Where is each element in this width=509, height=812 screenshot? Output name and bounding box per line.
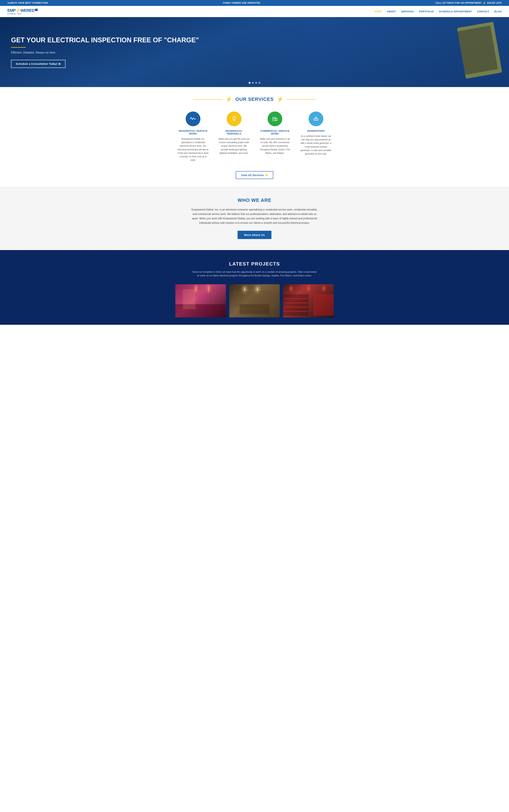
service-icon-remodels xyxy=(227,111,241,126)
lightning-deco-left: ⚡ xyxy=(226,96,232,102)
hero-dot-3[interactable] xyxy=(255,82,257,84)
bulb-icon xyxy=(230,115,238,123)
deco-line-right xyxy=(287,99,316,100)
nav-item-services[interactable]: SERVICES xyxy=(401,10,414,13)
topbar-left: ALWAYS YOUR BEST CONNECTION xyxy=(7,2,48,4)
view-all-label: View All Services xyxy=(241,174,264,177)
logo: EMP⚡WERED™ GLOBAL INC. xyxy=(7,8,38,15)
hero-section: GET YOUR ELECTRICAL INSPECTION FREE OF "… xyxy=(0,17,509,87)
service-desc-0: Empowered Global, Inc. specializes in re… xyxy=(177,137,209,162)
who-section: WHO WE ARE Empowered Global, Inc. is an … xyxy=(0,186,509,250)
btn-icon: ⊕ xyxy=(265,173,268,177)
svg-line-6 xyxy=(236,117,236,117)
svg-rect-15 xyxy=(276,119,276,119)
building-icon xyxy=(271,115,279,123)
service-icon-generators xyxy=(309,111,323,126)
hero-dot-4[interactable] xyxy=(259,82,260,84)
service-card-residential: RESIDENTIAL SERVICE WORK Empowered Globa… xyxy=(175,110,211,164)
services-grid: RESIDENTIAL SERVICE WORK Empowered Globa… xyxy=(175,110,334,164)
svg-rect-13 xyxy=(273,119,274,119)
topbar-center: FAMILY OWNED AND OPERATED xyxy=(223,2,260,4)
wave-icon xyxy=(189,115,197,123)
topbar-right: CALL US TODAY FOR AN APPOINTMENT ⚡ 239.9… xyxy=(435,1,502,4)
projects-title: LATEST PROJECTS xyxy=(7,261,502,267)
svg-rect-12 xyxy=(274,118,275,118)
view-services-wrap: View All Services ⊕ xyxy=(7,171,502,179)
topbar-right-label: CALL US TODAY FOR AN APPOINTMENT xyxy=(435,2,482,4)
service-desc-3: As a certified Kohler dealer, we can hel… xyxy=(300,135,332,156)
more-about-us-button[interactable]: More About Us xyxy=(238,231,272,239)
service-title-1: RESIDENTIAL REMODELS xyxy=(218,130,250,135)
svg-rect-3 xyxy=(233,120,235,120)
service-title-2: COMMERCIAL SERVICE WORK xyxy=(259,130,291,135)
who-description: Empowered Global, Inc. is an electrical … xyxy=(190,208,319,225)
service-icon-commercial xyxy=(268,111,282,126)
nav-item-home[interactable]: HOME xyxy=(374,10,382,13)
generator-icon xyxy=(312,115,320,123)
nav-item-about[interactable]: ABOUT xyxy=(387,10,396,13)
projects-grid xyxy=(175,284,334,317)
nav-item-blog[interactable]: BLOG xyxy=(494,10,502,13)
nav-item-portfolio[interactable]: PORTFOLIO xyxy=(419,10,434,13)
service-card-generators: GENERATORS As a certified Kohler dealer,… xyxy=(298,110,334,164)
service-card-remodels: RESIDENTIAL REMODELS Make sure you get t… xyxy=(216,110,252,164)
nav-item-contact[interactable]: CONTACT xyxy=(477,10,489,13)
lightning-icon: ⚡ xyxy=(483,1,486,4)
navbar: EMP⚡WERED™ GLOBAL INC. HOME ABOUT SERVIC… xyxy=(0,6,509,17)
projects-section: LATEST PROJECTS Since our inception in 2… xyxy=(0,250,509,325)
project-thumb-1[interactable] xyxy=(175,284,226,317)
services-title: OUR SERVICES xyxy=(235,97,274,102)
who-title: WHO WE ARE xyxy=(7,198,502,203)
hero-content: GET YOUR ELECTRICAL INSPECTION FREE OF "… xyxy=(0,29,210,75)
lightning-deco-right: ⚡ xyxy=(277,96,283,102)
nav-links: HOME ABOUT SERVICES PORTFOLIO SCHEDULE A… xyxy=(374,10,502,13)
projects-subtitle: Since our inception in 2013, we have had… xyxy=(192,270,317,278)
svg-line-7 xyxy=(232,117,233,117)
service-title-0: RESIDENTIAL SERVICE WORK xyxy=(177,130,209,135)
svg-rect-14 xyxy=(274,119,275,119)
logo-badge: ™ xyxy=(35,9,38,11)
service-desc-1: Make sure you get the most out of your r… xyxy=(218,137,250,155)
section-title-wrap: ⚡ OUR SERVICES ⚡ xyxy=(7,96,502,102)
logo-sub: GLOBAL INC. xyxy=(7,13,22,15)
hero-dots xyxy=(249,82,260,84)
service-desc-2: Make sure your business is up to code. W… xyxy=(259,137,291,155)
project-thumb-3[interactable] xyxy=(283,284,334,317)
svg-rect-4 xyxy=(234,120,235,121)
svg-rect-16 xyxy=(276,120,276,120)
project-thumb-2[interactable] xyxy=(229,284,280,317)
hero-cta-button[interactable]: Schedule a Consultation Today! ⊕ xyxy=(11,60,66,68)
deco-line-left xyxy=(193,99,222,100)
hero-headline: GET YOUR ELECTRICAL INSPECTION FREE OF "… xyxy=(11,36,199,44)
hero-divider xyxy=(11,47,26,48)
svg-point-8 xyxy=(271,115,279,123)
logo-main: EMP⚡WERED™ xyxy=(7,8,38,13)
hero-dot-2[interactable] xyxy=(252,82,254,84)
svg-rect-11 xyxy=(273,118,274,118)
service-card-commercial: COMMERCIAL SERVICE WORK Make sure your b… xyxy=(257,110,293,164)
top-bar: ALWAYS YOUR BEST CONNECTION FAMILY OWNED… xyxy=(0,0,509,6)
nav-item-schedule[interactable]: SCHEDULE APPOINTMENT xyxy=(439,10,472,13)
hero-subtitle: Efficient. Detailed. Always on time. xyxy=(11,51,199,54)
view-all-services-button[interactable]: View All Services ⊕ xyxy=(236,171,273,179)
services-section: ⚡ OUR SERVICES ⚡ RESIDENTIAL SERVICE WOR… xyxy=(0,87,509,186)
service-title-3: GENERATORS xyxy=(300,130,332,132)
service-icon-residential xyxy=(186,111,200,126)
hero-dot-1[interactable] xyxy=(249,82,250,84)
topbar-phone[interactable]: 239.947.2375 xyxy=(487,2,502,4)
